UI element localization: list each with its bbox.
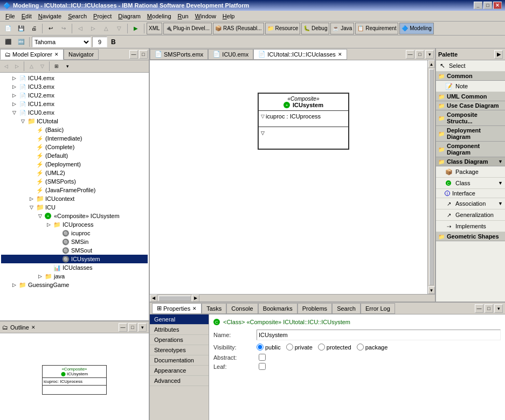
menu-navigate[interactable]: Navigate [35,12,65,20]
tree-expand-icusystem-root[interactable]: ▽ [36,213,44,219]
modeling-button[interactable]: 🔷 Modeling [399,23,433,34]
diagram-minimize-btn[interactable]: — [406,50,414,59]
nav-collapse-btn[interactable]: ⊞ [52,61,61,71]
font-tools-1[interactable]: ⬛ [2,36,14,48]
tree-item-intermediate[interactable]: ⚡ (Intermediate) [1,134,148,143]
palette-item-note[interactable]: 📝 Note [436,81,505,92]
outline-minimize-btn[interactable]: — [119,323,127,332]
props-menu-btn[interactable]: ▾ [494,304,503,313]
props-radio-public-input[interactable] [257,344,264,351]
palette-section-deployment[interactable]: 📁 Deployment Diagram [436,126,505,142]
menu-file[interactable]: File [2,12,18,20]
tab-smsports[interactable]: 📄 SMSPorts.emx [150,49,208,60]
tree-expand-icucontext[interactable]: ▷ [27,196,36,201]
tree-item-smsin[interactable]: 🔘 SMSin [1,237,148,246]
tree-item-icu3[interactable]: ▷ 📄 ICU3.emx [1,82,148,91]
props-nav-stereotypes[interactable]: Stereotypes [150,345,209,355]
tab-icuclasses[interactable]: 📄 ICUtotal::ICU::ICUclasses ✕ [253,49,347,60]
tree-item-complete[interactable]: ⚡ (Complete) [1,143,148,151]
menu-search[interactable]: Search [65,12,90,20]
font-size-input[interactable] [92,37,107,47]
diagram-canvas[interactable]: «Composite» + ICUsystem ▽ icupro [150,60,427,294]
palette-section-usecase[interactable]: 📁 Use Case Diagram [436,101,505,110]
props-tab-tasks[interactable]: Tasks [202,303,226,314]
tree-expand-guessinggame[interactable]: ▷ [10,282,18,288]
explorer-minimize-btn[interactable]: — [129,50,138,59]
props-tab-search[interactable]: Search [332,303,361,314]
menu-modeling[interactable]: Modeling [144,12,175,20]
nav-up-btn[interactable]: △ [26,61,36,71]
plugin-button[interactable]: 🔌 Plug-in Devel... [163,23,212,34]
props-maximize-btn[interactable]: □ [485,304,493,313]
redo-button[interactable]: ↪ [58,23,70,34]
hscroll-thumb[interactable] [158,296,191,301]
hscroll-left[interactable]: ◀ [150,295,157,302]
props-nav-advanced[interactable]: Advanced [150,376,209,386]
tree-item-uml2[interactable]: ⚡ (UML2) [1,169,148,177]
tab-model-explorer-close[interactable]: ✕ [54,52,59,57]
palette-section-component[interactable]: 📁 Component Diagram [436,142,505,157]
tree-item-icusystem-root[interactable]: ▽ + «Composite» ICUsystem [1,212,148,220]
palette-item-package[interactable]: 📦 Package [436,166,505,178]
resource-button[interactable]: 📁 Resource [265,23,301,34]
tree-item-icutotal[interactable]: ▽ 📁 ICUtotal [1,117,148,125]
props-tab-problems[interactable]: Problems [298,303,332,314]
tree-item-icuprocess[interactable]: ▷ 📁 ICUprocess [1,220,148,229]
props-nav-general[interactable]: General [150,314,209,325]
print-button[interactable]: 🖨 [28,23,40,34]
nav-back-btn[interactable]: ◁ [1,61,11,71]
palette-item-select[interactable]: ↖ Select [436,60,505,72]
up-button[interactable]: △ [100,23,112,34]
close-button[interactable]: ✕ [493,2,502,9]
props-tab-errorlog[interactable]: Error Log [361,303,395,314]
palette-item-generalization[interactable]: ↗ Generalization [436,209,505,221]
props-leaf-checkbox[interactable] [259,363,266,370]
props-tab-properties-close[interactable]: ✕ [192,306,197,311]
tree-item-icuproc[interactable]: 🔘 icuproc [1,229,148,237]
props-radio-private-input[interactable] [286,344,293,351]
ras-button[interactable]: 📦 RAS (Reusabl... [213,23,264,34]
palette-section-umlcommon[interactable]: 📁 UML Common [436,92,505,101]
tree-expand-icu2[interactable]: ▷ [10,93,18,98]
diagram-vscroll[interactable]: ▲ ▼ [427,60,435,294]
props-tab-properties[interactable]: ⊞ Properties ✕ [152,303,202,314]
tree-expand-icu-folder[interactable]: ▽ [27,205,36,210]
props-nav-attributes[interactable]: Attributes [150,325,209,335]
palette-item-implements[interactable]: ⇢ Implements [436,221,505,232]
tree-item-basic[interactable]: ⚡ (Basic) [1,125,148,134]
outline-maximize-btn[interactable]: □ [128,323,137,332]
tree-item-icucontext[interactable]: ▷ 📁 ICUcontext [1,194,148,203]
tree-expand-java[interactable]: ▷ [36,274,44,279]
tree-expand-icu4[interactable]: ▷ [10,75,18,81]
tree-expand-icu3[interactable]: ▷ [10,84,18,89]
vscroll-down[interactable]: ▼ [428,286,435,294]
tree-item-java[interactable]: ▷ 📁 java [1,272,148,281]
tree-expand-icu1[interactable]: ▷ [10,101,18,107]
tab-navigator[interactable]: Navigator [64,49,99,60]
props-radio-private[interactable]: private [286,344,313,351]
props-nav-operations[interactable]: Operations [150,335,209,345]
diagram-hscroll[interactable]: ◀ ▶ [150,294,435,302]
tab-icu0[interactable]: 📄 ICU0.emx [208,49,253,60]
outline-close[interactable]: ✕ [31,325,36,330]
menu-edit[interactable]: Edit [18,12,35,20]
props-tab-bookmarks[interactable]: Bookmarks [258,303,298,314]
props-nav-appearance[interactable]: Appearance [150,366,209,376]
debug-button[interactable]: 🐛 Debug [301,23,329,34]
tree-item-icusystem-leaf[interactable]: 🔘 ICUsystem [1,255,148,263]
tree-item-default[interactable]: ⚡ (Default) [1,151,148,160]
tree-expand-icutotal[interactable]: ▽ [18,118,27,124]
maximize-button[interactable]: □ [483,2,492,9]
menu-diagram[interactable]: Diagram [115,12,144,20]
run-button[interactable]: ▶ [130,23,142,34]
props-nav-documentation[interactable]: Documentation [150,355,209,366]
font-family-select[interactable]: Tahoma [32,37,91,47]
menu-project[interactable]: Project [90,12,115,20]
palette-section-classdiagram[interactable]: 📁 Class Diagram ▼ [436,157,505,166]
props-name-input[interactable] [257,330,501,340]
palette-expand-btn[interactable]: ▶ [494,50,503,59]
new-button[interactable]: 📄 [2,23,14,34]
tree-item-icuclasses[interactable]: 📊 ICUclasses [1,263,148,272]
requirement-button[interactable]: 📋 Requirement [355,23,398,34]
nav-down-btn[interactable]: ▽ [37,61,47,71]
